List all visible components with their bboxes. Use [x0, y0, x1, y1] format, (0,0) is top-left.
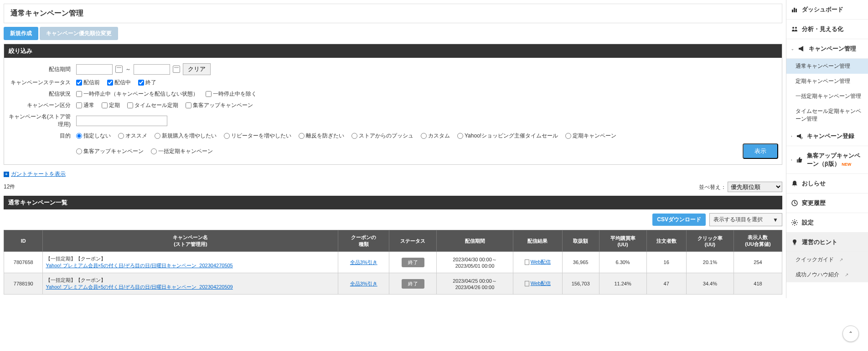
cell-orderers: 16	[646, 252, 686, 273]
purpose-attract-radio[interactable]	[76, 148, 82, 154]
cell-result: Web配信	[513, 252, 562, 273]
page-title: 通常キャンペーン管理	[10, 9, 775, 18]
exclude-paused-checkbox[interactable]	[206, 91, 212, 97]
clear-button[interactable]: クリア	[183, 63, 211, 75]
sidebar-dashboard[interactable]: ダッシュボード	[786, 0, 868, 20]
document-icon	[525, 259, 529, 265]
purpose-none-radio[interactable]	[76, 133, 82, 139]
status-before-checkbox[interactable]	[76, 80, 82, 86]
cell-impressions: 418	[734, 273, 782, 295]
display-button[interactable]: 表示	[743, 143, 778, 159]
list-header: 通常キャンペーン一覧	[4, 196, 782, 209]
column-select[interactable]: 表示する項目を選択 ▼	[709, 213, 782, 226]
result-link[interactable]: Web配信	[531, 280, 551, 287]
division-attract-checkbox[interactable]	[186, 102, 191, 108]
chevron-right-icon: ›	[791, 134, 792, 138]
sidebar-settings[interactable]: 設定	[786, 213, 868, 233]
cell-orderers: 47	[646, 273, 686, 295]
sidebar-quick-guide[interactable]: クイックガイド ↗	[786, 252, 868, 267]
filter-header: 絞り込み	[4, 44, 782, 58]
purpose-custom-radio[interactable]	[421, 133, 427, 139]
col-impressions: 表示人数 (UU合算値)	[734, 230, 782, 252]
new-button[interactable]: 新規作成	[4, 27, 38, 40]
date-from-input[interactable]	[76, 64, 113, 75]
sidebar-campaign-mgmt[interactable]: ⌄ キャンペーン管理	[786, 39, 868, 59]
sidebar-sub-normal[interactable]: 通常キャンペーン管理	[786, 59, 868, 74]
sidebar-success[interactable]: 成功ノウハウ紹介 ↗	[786, 267, 868, 282]
gantt-link[interactable]: ガントチャートを表示	[11, 170, 66, 178]
division-regular-checkbox[interactable]	[102, 102, 108, 108]
svg-point-3	[792, 27, 794, 29]
cell-coupon: 全品3%引き	[338, 273, 389, 295]
plus-icon[interactable]: +	[4, 172, 9, 177]
col-avg: 平均購買率 (UU)	[599, 230, 646, 252]
purpose-storepush-radio[interactable]	[351, 133, 357, 139]
cell-id: 7788190	[4, 273, 43, 295]
status-end-checkbox[interactable]	[138, 80, 144, 86]
calendar-icon[interactable]	[115, 66, 123, 73]
division-label: キャンペーン区分	[8, 102, 76, 109]
sidebar-sub-regular[interactable]: 定期キャンペーン管理	[786, 74, 868, 89]
csv-button[interactable]: CSVダウンロード	[652, 214, 706, 226]
bell-icon	[791, 180, 798, 187]
result-link[interactable]: Web配信	[531, 259, 551, 265]
delivery-label: 配信状況	[8, 90, 76, 98]
calendar-icon[interactable]	[173, 66, 180, 73]
col-name: キャンペーン名 (ストア管理用)	[43, 230, 338, 252]
new-badge: NEW	[842, 162, 851, 167]
purpose-recommend-radio[interactable]	[118, 133, 124, 139]
sidebar-hints-header: 運営のヒント	[786, 233, 868, 252]
cell-handling: 156,703	[562, 273, 599, 295]
coupon-link[interactable]: 全品3%引き	[350, 281, 377, 286]
purpose-regular-radio[interactable]	[565, 133, 571, 139]
purpose-bulk-radio[interactable]	[151, 148, 157, 154]
cell-name: 【一括定期】【クーポン】 Yahoo! プレミアム会員×5の付く日/ぞろ目の日/…	[43, 252, 338, 273]
svg-rect-0	[792, 10, 793, 12]
campaign-name-input[interactable]	[76, 116, 167, 126]
cell-impressions: 254	[734, 252, 782, 273]
purpose-repeater-radio[interactable]	[224, 133, 230, 139]
sidebar-sub-timesale[interactable]: タイムセール定期キャンペーン管理	[786, 104, 868, 127]
sidebar-campaign-reg[interactable]: › キャンペーン登録	[786, 127, 868, 146]
cell-coupon: 全品3%引き	[338, 252, 389, 273]
users-icon	[791, 25, 798, 33]
purpose-label: 目的	[8, 132, 76, 140]
svg-rect-2	[796, 9, 797, 12]
cell-click: 34.4%	[686, 273, 734, 295]
col-result: 配信結果	[513, 230, 562, 252]
sidebar-history[interactable]: 変更履歴	[786, 193, 868, 213]
priority-button[interactable]: キャンペーン優先順位変更	[40, 27, 118, 40]
sidebar-sub-bulk[interactable]: 一括定期キャンペーン管理	[786, 89, 868, 104]
status-badge: 終了	[402, 258, 424, 267]
coupon-link[interactable]: 全品3%引き	[350, 259, 377, 265]
chart-icon	[791, 6, 798, 13]
date-to-input[interactable]	[134, 64, 170, 75]
cell-result: Web配信	[513, 273, 562, 295]
division-normal-checkbox[interactable]	[76, 102, 82, 108]
cell-period: 2023/04/25 00:00～ 2023/04/26 00:00	[437, 273, 513, 295]
purpose-yahoo-radio[interactable]	[457, 133, 463, 139]
cell-period: 2023/04/30 00:00～ 2023/05/01 00:00	[437, 252, 513, 273]
period-label: 配信期間	[8, 66, 76, 73]
table-row: 7807658 【一括定期】【クーポン】 Yahoo! プレミアム会員×5の付く…	[4, 252, 782, 273]
campaign-link[interactable]: Yahoo! プレミアム会員×5の付く日/ぞろ目の日/日曜日キャンペーン_202…	[46, 284, 232, 290]
paused-checkbox[interactable]	[76, 91, 82, 97]
col-period: 配信期間	[437, 230, 513, 252]
col-coupon: クーポンの 種類	[338, 230, 389, 252]
sidebar-notice[interactable]: おしらせ	[786, 174, 868, 193]
division-timesale-checkbox[interactable]	[127, 102, 133, 108]
cell-handling: 36,965	[562, 252, 599, 273]
col-id: ID	[4, 230, 43, 252]
svg-point-4	[795, 27, 797, 29]
cell-status: 終了	[389, 273, 437, 295]
purpose-prevent-radio[interactable]	[299, 133, 305, 139]
col-click: クリック率 (UU)	[686, 230, 734, 252]
sidebar-attract[interactable]: › 集客アップキャンペーン（β版） NEW	[786, 146, 868, 174]
sort-select[interactable]: 優先順位順	[728, 182, 782, 192]
sidebar-analysis[interactable]: 分析・見える化	[786, 20, 868, 39]
history-icon	[791, 199, 798, 207]
campaign-link[interactable]: Yahoo! プレミアム会員×5の付く日/ぞろ目の日/日曜日キャンペーン_202…	[46, 263, 232, 268]
status-during-checkbox[interactable]	[107, 80, 113, 86]
external-link-icon: ↗	[839, 257, 843, 262]
purpose-newpurchase-radio[interactable]	[155, 133, 160, 139]
